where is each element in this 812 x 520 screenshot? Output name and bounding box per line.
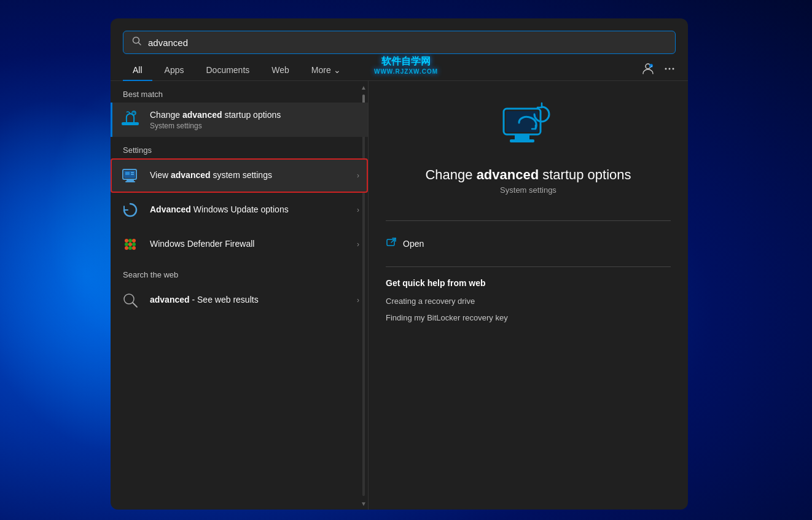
more-options-icon[interactable] bbox=[663, 63, 676, 78]
windows-defender-item[interactable]: Windows Defender Firewall › bbox=[111, 227, 368, 262]
svg-rect-16 bbox=[131, 174, 134, 175]
svg-text:↗: ↗ bbox=[650, 64, 652, 68]
search-web-title: advanced - See web results bbox=[150, 294, 341, 306]
view-advanced-settings-item[interactable]: View advanced system settings › bbox=[111, 158, 368, 193]
divider-2 bbox=[386, 266, 671, 267]
windows-defender-text: Windows Defender Firewall bbox=[150, 238, 341, 250]
svg-rect-31 bbox=[510, 139, 534, 142]
search-web-text: advanced - See web results bbox=[150, 294, 341, 306]
svg-rect-13 bbox=[125, 181, 135, 182]
search-web-item[interactable]: advanced - See web results › bbox=[111, 283, 368, 317]
open-label: Open bbox=[403, 239, 424, 249]
svg-point-7 bbox=[673, 68, 674, 70]
help-link-2[interactable]: Finding my BitLocker recovery key bbox=[386, 309, 671, 326]
search-input[interactable]: advanced bbox=[148, 37, 666, 48]
svg-rect-30 bbox=[515, 134, 529, 139]
scroll-up-btn[interactable]: ▲ bbox=[359, 81, 368, 93]
chevron-right-icon-3: › bbox=[357, 240, 359, 249]
advanced-windows-update-item[interactable]: Advanced Windows Update options › bbox=[111, 193, 368, 227]
best-match-item[interactable]: Change advanced startup options System s… bbox=[111, 103, 368, 137]
settings-label: Settings bbox=[111, 137, 368, 158]
tab-apps[interactable]: Apps bbox=[155, 60, 194, 81]
firewall-icon bbox=[119, 233, 141, 255]
svg-point-17 bbox=[125, 239, 128, 243]
search-icon bbox=[132, 36, 142, 49]
svg-line-33 bbox=[391, 238, 396, 243]
svg-rect-12 bbox=[127, 179, 134, 181]
tabs-actions: ↗ bbox=[641, 62, 676, 79]
open-action[interactable]: Open bbox=[386, 232, 671, 255]
start-menu: advanced All Apps Documents Web More ⌄ ↗ bbox=[111, 18, 688, 510]
search-bar: advanced bbox=[123, 31, 676, 54]
tab-web[interactable]: Web bbox=[262, 60, 299, 81]
svg-point-6 bbox=[669, 68, 671, 70]
svg-point-19 bbox=[132, 239, 136, 243]
advanced-windows-update-title: Advanced Windows Update options bbox=[150, 204, 341, 216]
divider bbox=[386, 220, 671, 221]
windows-defender-title: Windows Defender Firewall bbox=[150, 238, 341, 250]
quick-help-label: Get quick help from web bbox=[386, 278, 671, 288]
windows-update-icon bbox=[119, 199, 141, 221]
svg-line-1 bbox=[139, 43, 141, 45]
help-link-1[interactable]: Creating a recovery drive bbox=[386, 293, 671, 309]
svg-point-24 bbox=[128, 246, 132, 250]
open-icon bbox=[386, 237, 397, 250]
chevron-right-icon-2: › bbox=[357, 206, 359, 214]
svg-point-22 bbox=[132, 243, 136, 246]
detail-title: Change advanced startup options bbox=[386, 167, 671, 183]
tab-documents[interactable]: Documents bbox=[196, 60, 259, 81]
user-account-icon[interactable]: ↗ bbox=[641, 62, 655, 79]
tabs-row: All Apps Documents Web More ⌄ ↗ bbox=[111, 54, 688, 81]
tab-all[interactable]: All bbox=[123, 60, 152, 81]
tab-more[interactable]: More ⌄ bbox=[302, 60, 351, 81]
svg-rect-14 bbox=[125, 172, 130, 175]
svg-point-20 bbox=[125, 243, 128, 246]
best-match-text: Change advanced startup options System s… bbox=[150, 109, 341, 130]
view-advanced-text: View advanced system settings bbox=[150, 169, 341, 182]
right-panel: Change advanced startup options System s… bbox=[369, 81, 688, 510]
svg-line-27 bbox=[133, 303, 137, 307]
content-area: ▲ ▼ Best match bbox=[111, 81, 688, 510]
view-advanced-title: View advanced system settings bbox=[150, 169, 341, 182]
svg-point-21 bbox=[128, 243, 132, 246]
chevron-right-icon: › bbox=[357, 171, 359, 180]
system-settings-icon bbox=[119, 165, 141, 187]
svg-point-18 bbox=[128, 239, 132, 243]
svg-point-5 bbox=[665, 68, 667, 70]
web-search-icon bbox=[119, 289, 141, 311]
advanced-windows-update-text: Advanced Windows Update options bbox=[150, 204, 341, 216]
svg-rect-8 bbox=[122, 122, 139, 125]
best-match-label: Best match bbox=[111, 81, 368, 103]
detail-main-icon bbox=[498, 99, 559, 155]
chevron-right-icon-4: › bbox=[357, 296, 359, 305]
startup-icon bbox=[119, 109, 141, 131]
best-match-subtitle: System settings bbox=[150, 122, 341, 130]
search-web-label: Search the web bbox=[111, 262, 368, 283]
svg-rect-15 bbox=[131, 172, 134, 173]
detail-icon-area bbox=[386, 99, 671, 155]
svg-point-25 bbox=[132, 246, 136, 250]
svg-point-23 bbox=[125, 246, 128, 250]
detail-subtitle: System settings bbox=[386, 185, 671, 195]
scroll-down-btn[interactable]: ▼ bbox=[359, 497, 368, 510]
left-panel: ▲ ▼ Best match bbox=[111, 81, 369, 510]
best-match-title: Change advanced startup options bbox=[150, 109, 341, 122]
